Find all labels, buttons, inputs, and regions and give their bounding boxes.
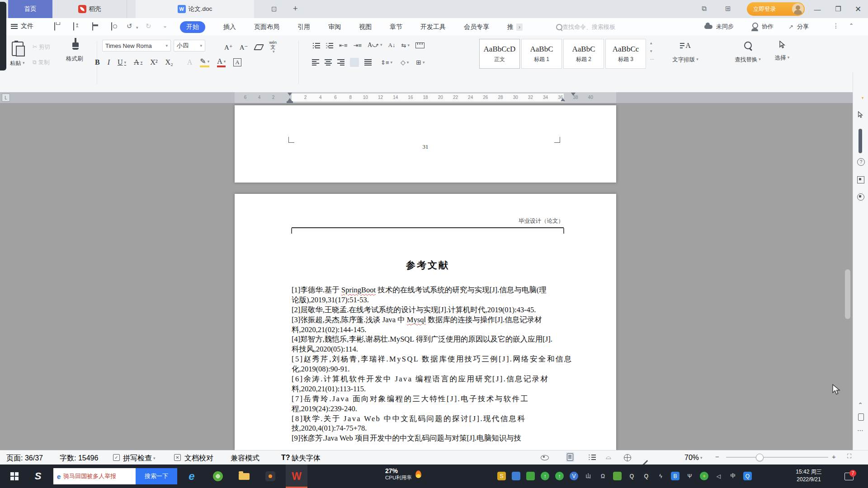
presentation-monitor-icon[interactable] xyxy=(271,5,277,13)
taskbar-explorer-icon[interactable] xyxy=(233,465,255,488)
proofread-label[interactable]: 文档校对 xyxy=(184,454,213,463)
zoom-slider-track[interactable] xyxy=(726,457,828,458)
ribbon-tab[interactable]: 推 xyxy=(507,23,523,31)
cpu-monitor-widget[interactable]: 27% CPU利用率 xyxy=(385,467,421,481)
restore-button[interactable] xyxy=(828,0,848,18)
text-direction-icon[interactable] xyxy=(401,42,409,49)
italic-button[interactable]: I xyxy=(108,58,110,66)
pinyin-guide-button[interactable]: wén 文 xyxy=(269,41,277,54)
text-effect-icon[interactable]: A⤻ xyxy=(368,42,382,49)
share-button[interactable]: 分享 xyxy=(788,23,809,31)
sync-status[interactable]: 未同步 xyxy=(704,23,734,31)
text-layout-button[interactable]: A 文字排版 xyxy=(667,42,703,64)
find-replace-button[interactable]: 查找替换 xyxy=(729,42,767,64)
tray-icon[interactable]: 山 xyxy=(584,472,593,480)
tray-icon[interactable]: Q xyxy=(743,472,752,480)
shading-bucket-icon[interactable] xyxy=(401,59,409,66)
help-button[interactable]: ? xyxy=(857,158,865,166)
fullscreen-icon[interactable] xyxy=(847,453,851,460)
ribbon-tab[interactable]: 视图 xyxy=(359,23,372,31)
increase-indent-icon[interactable] xyxy=(353,42,361,49)
ribbon-tab[interactable]: 会员专享 xyxy=(464,23,489,31)
ribbon-tab[interactable]: 章节 xyxy=(390,23,402,31)
select-button[interactable]: 选择 xyxy=(769,41,796,62)
web-view-icon[interactable] xyxy=(624,454,631,461)
login-button[interactable]: 立即登录 xyxy=(747,2,805,16)
tray-icon[interactable] xyxy=(526,472,535,480)
new-tab-button[interactable] xyxy=(293,4,298,14)
char-shading-button[interactable]: A xyxy=(187,58,193,66)
action-center-button[interactable]: 7 xyxy=(844,473,854,480)
align-center-icon[interactable] xyxy=(325,59,332,66)
decrease-indent-icon[interactable] xyxy=(339,42,347,49)
zoom-level-button[interactable]: 70% xyxy=(684,454,703,462)
format-painter-button[interactable]: 格式刷 xyxy=(66,42,83,63)
spellcheck-checkbox[interactable]: ✓ xyxy=(113,454,120,461)
char-border-button[interactable]: A xyxy=(233,58,241,66)
start-button[interactable] xyxy=(5,465,24,488)
tray-icon[interactable]: + xyxy=(700,472,708,480)
collapse-ribbon-icon[interactable] xyxy=(849,23,854,29)
save-icon[interactable] xyxy=(54,22,55,31)
style-item[interactable]: AaBbCc 标题 3 xyxy=(605,39,646,69)
hanging-indent-marker[interactable] xyxy=(571,93,576,96)
taskbar-search-box[interactable]: e 骑马回国被多人举报 搜索一下 xyxy=(53,468,177,484)
scroll-up-page-icon[interactable] xyxy=(856,401,865,408)
align-right-icon[interactable] xyxy=(337,59,344,66)
taskbar-clock[interactable]: 15:42 周三 2022/9/21 xyxy=(784,468,833,483)
ribbon-tab[interactable]: 引用 xyxy=(297,23,310,31)
taskbar-ie-icon[interactable]: e xyxy=(181,465,203,488)
page-nav-icon[interactable] xyxy=(858,413,864,421)
doc-body[interactable]: [1]李德华.基于 SpringBoot 技术的在线考试系统的研究与实现[J].… xyxy=(292,285,564,443)
superscript-button[interactable]: X² xyxy=(150,58,157,66)
font-name-combo[interactable]: Times New Roma xyxy=(102,40,171,52)
outline-view-icon[interactable] xyxy=(589,454,596,460)
tray-icon[interactable] xyxy=(512,472,520,480)
sidebar-handle[interactable] xyxy=(859,129,862,153)
workspace-grid-icon[interactable] xyxy=(725,5,731,13)
tray-icon[interactable]: B xyxy=(671,472,679,480)
taskbar-wps-icon[interactable]: W xyxy=(286,465,307,488)
collaborate-button[interactable]: 协作 xyxy=(752,23,774,31)
tray-icon[interactable]: ϟ xyxy=(656,472,665,480)
tray-icon[interactable]: ↑ xyxy=(541,472,549,480)
bullet-list-icon[interactable] xyxy=(313,42,320,48)
ribbon-tab[interactable]: 开发工具 xyxy=(420,23,446,31)
tray-icon[interactable]: Ψ xyxy=(685,472,694,480)
line-spacing-icon[interactable] xyxy=(381,59,392,66)
eye-protect-icon[interactable] xyxy=(541,455,549,460)
left-indent-marker[interactable] xyxy=(288,98,292,101)
underline-button[interactable]: U xyxy=(118,58,126,66)
tray-icon[interactable]: ◁ xyxy=(714,472,723,480)
tray-icon[interactable]: Ω xyxy=(599,472,607,480)
undo-icon[interactable] xyxy=(127,22,132,30)
tab-docer[interactable]: 稻壳 xyxy=(52,0,127,18)
zoom-out-button[interactable] xyxy=(715,453,719,460)
tray-icon[interactable]: ↑ xyxy=(555,472,564,480)
tab-stop-selector[interactable]: L xyxy=(2,94,10,102)
ribbon-tab[interactable]: 审阅 xyxy=(328,23,341,31)
more-tools-icon[interactable] xyxy=(856,427,865,434)
more-commands-icon[interactable] xyxy=(163,23,167,29)
style-gallery-more-icon[interactable] xyxy=(650,57,654,61)
search-go-button[interactable]: 搜索一下 xyxy=(136,468,177,484)
tag-tool-button[interactable] xyxy=(857,193,864,201)
tab-document[interactable]: W 论文.doc xyxy=(136,0,254,18)
borders-icon[interactable] xyxy=(416,59,425,66)
grow-font-button[interactable]: A⁺ xyxy=(224,43,233,52)
align-distribute-icon[interactable] xyxy=(364,59,372,66)
style-item[interactable]: AaBbC 标题 2 xyxy=(563,39,604,69)
sort-icon[interactable]: A↓ xyxy=(388,42,396,49)
print-icon[interactable] xyxy=(92,22,93,31)
subscript-button[interactable]: X₂ xyxy=(165,58,173,66)
page-indicator[interactable]: 页面: 36/37 xyxy=(6,454,43,463)
ink-annotate-button[interactable] xyxy=(856,90,865,98)
close-button[interactable] xyxy=(848,0,868,18)
tray-icon[interactable]: Q xyxy=(627,472,636,480)
ribbon-tab[interactable]: 插入 xyxy=(223,23,236,31)
font-size-combo[interactable]: 小四 xyxy=(174,40,205,52)
paste-button[interactable]: 粘贴 xyxy=(10,42,25,67)
tray-icon[interactable]: V xyxy=(570,472,578,480)
proofread-checkbox[interactable]: ✕ xyxy=(174,454,181,461)
spellcheck-toggle[interactable]: 拼写检查 xyxy=(123,454,156,463)
